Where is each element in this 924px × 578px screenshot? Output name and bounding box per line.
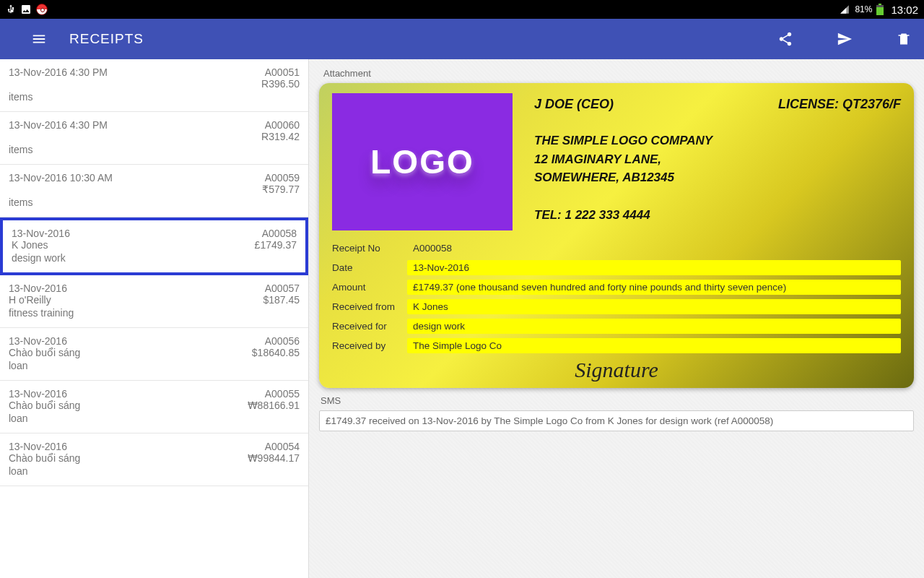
share-button[interactable] [775, 29, 796, 49]
battery-percent: 81% [855, 4, 872, 14]
item-line3: fitness training [9, 307, 74, 319]
item-amount: ₩88166.91 [248, 400, 300, 411]
item-code: A00059 [265, 172, 300, 184]
item-code: A00058 [262, 228, 297, 239]
image-icon [20, 4, 32, 15]
item-line3: loan [9, 413, 27, 424]
menu-button[interactable] [29, 29, 49, 49]
received-for-label: Received for [332, 321, 407, 332]
item-code: A00055 [265, 388, 300, 400]
item-line3: loan [9, 465, 27, 477]
item-date: 13-Nov-2016 [9, 441, 67, 452]
list-item[interactable]: 13-Nov-2016 4:30 PMA00051R396.50items [0, 59, 308, 112]
company-info: J DOE (CEO) LICENSE: QT2376/F THE SIMPLE… [534, 93, 901, 230]
item-date: 13-Nov-2016 [9, 282, 67, 294]
received-from-value: K Jones [407, 299, 901, 314]
list-item[interactable]: 13-Nov-2016 10:30 AMA00059₹579.77items [0, 165, 308, 217]
item-line2: Chào buổi sáng [9, 452, 80, 464]
item-code: A00060 [265, 119, 300, 131]
svg-rect-1 [879, 4, 881, 5]
sms-label: SMS [321, 395, 914, 406]
page-title: RECEIPTS [69, 31, 144, 47]
item-code: A00057 [265, 282, 300, 294]
received-by-value: The Simple Logo Co [407, 338, 901, 353]
company-address-2: SOMEWHERE, AB12345 [534, 168, 901, 187]
list-item[interactable]: 13-Nov-2016A00055Chào buổi sáng₩88166.91… [0, 381, 308, 434]
date-label: Date [332, 262, 407, 273]
receipt-card: LOGO J DOE (CEO) LICENSE: QT2376/F THE S… [319, 83, 914, 388]
date-value: 13-Nov-2016 [407, 260, 901, 275]
item-line3: design work [12, 252, 66, 264]
list-item[interactable]: 13-Nov-2016A00054Chào buổi sáng₩99844.17… [0, 434, 308, 486]
item-code: A00056 [265, 335, 300, 347]
amount-label: Amount [332, 282, 407, 293]
item-line3: loan [9, 360, 27, 371]
list-item[interactable]: 13-Nov-2016A00056Chào buổi sáng$18640.85… [0, 328, 308, 381]
item-amount: ₹579.77 [262, 184, 300, 195]
item-amount: R396.50 [261, 78, 300, 90]
amount-value: £1749.37 (one thousand seven hundred and… [407, 280, 901, 295]
received-by-label: Received by [332, 340, 407, 351]
company-tel: TEL: 1 222 333 4444 [534, 206, 901, 225]
item-amount: $187.45 [263, 294, 300, 306]
item-code: A00054 [265, 441, 300, 452]
pokeball-icon [36, 4, 48, 15]
receipts-list[interactable]: 13-Nov-2016 4:30 PMA00051R396.50items13-… [0, 59, 309, 578]
company-logo: LOGO [332, 93, 513, 230]
item-line3: items [9, 197, 32, 208]
company-address-1: 12 IMAGINARY LANE, [534, 150, 901, 169]
list-item[interactable]: 13-Nov-2016A00057H o'Reilly$187.45fitnes… [0, 275, 308, 328]
item-amount: $18640.85 [252, 347, 300, 358]
list-item[interactable]: 13-Nov-2016 4:30 PMA00060R319.42items [0, 112, 308, 165]
company-name: THE SIMPLE LOGO COMPANY [534, 131, 901, 150]
item-line2: Chào buổi sáng [9, 400, 80, 411]
receipt-detail: Attachment LOGO J DOE (CEO) LICENSE: QT2… [309, 59, 924, 578]
list-item[interactable]: 13-Nov-2016A00058K Jones£1749.37design w… [0, 217, 308, 275]
item-line2: H o'Reilly [9, 294, 51, 306]
receipt-no-value: A000058 [407, 241, 901, 256]
svg-rect-2 [876, 5, 884, 7]
item-amount: R319.42 [261, 131, 300, 142]
receipt-no-label: Receipt No [332, 243, 407, 254]
clock: 13:02 [891, 4, 918, 16]
item-date: 13-Nov-2016 [9, 335, 67, 347]
send-button[interactable] [834, 29, 855, 49]
ceo-name: J DOE (CEO) [534, 95, 614, 114]
item-code: A00051 [265, 66, 300, 78]
android-statusbar: 81% 13:02 [0, 0, 924, 19]
license-number: LICENSE: QT2376/F [778, 95, 901, 114]
battery-icon [876, 4, 884, 15]
item-date: 13-Nov-2016 [12, 228, 70, 239]
attachment-label: Attachment [323, 68, 914, 79]
item-line2: Chào buổi sáng [9, 347, 80, 358]
item-line2: K Jones [12, 239, 48, 251]
item-line3: items [9, 91, 32, 103]
received-from-label: Received from [332, 301, 407, 312]
signal-icon [839, 4, 850, 14]
item-date: 13-Nov-2016 4:30 PM [9, 119, 108, 131]
sms-text: £1749.37 received on 13-Nov-2016 by The … [319, 410, 914, 431]
usb-icon [6, 4, 16, 15]
item-date: 13-Nov-2016 [9, 388, 67, 400]
item-date: 13-Nov-2016 4:30 PM [9, 66, 108, 78]
item-line3: items [9, 144, 32, 155]
item-amount: ₩99844.17 [248, 452, 300, 464]
item-amount: £1749.37 [255, 239, 297, 251]
item-date: 13-Nov-2016 10:30 AM [9, 172, 113, 184]
received-for-value: design work [407, 319, 901, 334]
appbar: RECEIPTS [0, 19, 924, 59]
delete-button[interactable] [894, 29, 914, 49]
signature-label: Signature [332, 358, 901, 382]
